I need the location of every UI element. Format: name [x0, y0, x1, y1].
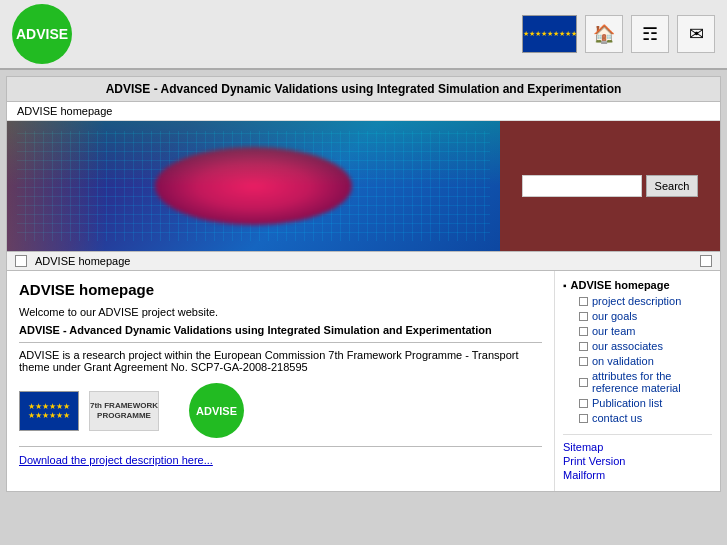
sub-checkbox-4 — [579, 342, 588, 351]
sitemap-icon: ☶ — [642, 23, 658, 45]
main-content: ADVISE homepage Welcome to our ADVISE pr… — [7, 271, 555, 491]
sidebar-item-our-team[interactable]: our team — [579, 325, 712, 337]
sidebar-item-project-description[interactable]: project description — [579, 295, 712, 307]
search-input[interactable] — [522, 175, 642, 197]
sidebar-item-attributes[interactable]: attributes for the reference material — [579, 370, 712, 394]
search-form: Search — [522, 175, 699, 197]
sub-checkbox-2 — [579, 312, 588, 321]
sub-checkbox-7 — [579, 399, 588, 408]
mail-button[interactable]: ✉ — [677, 15, 715, 53]
tab-checkbox[interactable] — [15, 255, 27, 267]
content-description: ADVISE is a research project within the … — [19, 349, 542, 373]
content-heading: ADVISE homepage — [19, 281, 542, 298]
content-intro: Welcome to our ADVISE project website. — [19, 306, 542, 318]
fp7-logo: 7th FRAMEWORK PROGRAMME — [89, 391, 159, 431]
sidebar-item-publications[interactable]: Publication list — [579, 397, 712, 409]
sidebar-footer: Sitemap Print Version Mailform — [563, 434, 712, 481]
content-tabs-bar: ADVISE homepage — [7, 251, 720, 271]
banner-image — [7, 121, 500, 251]
divider — [19, 342, 542, 343]
banner-area: Search — [7, 121, 720, 251]
sidebar-label-on-validation: on validation — [592, 355, 654, 367]
top-header: ADVISE ★★★★★★★★★★★★ 🏠 ☶ ✉ — [0, 0, 727, 70]
page-title-bar: ADVISE - Advanced Dynamic Validations us… — [7, 77, 720, 102]
sidebar-label-publications: Publication list — [592, 397, 662, 409]
home-button[interactable]: 🏠 — [585, 15, 623, 53]
mesh-blocks — [7, 121, 500, 251]
sidebar-item-our-associates[interactable]: our associates — [579, 340, 712, 352]
eu-stars-icon: ★★★★★★★★★★★★ — [522, 26, 577, 42]
breadcrumb: ADVISE homepage — [7, 102, 720, 121]
tab-label: ADVISE homepage — [35, 255, 130, 267]
fp7-text: 7th FRAMEWORK PROGRAMME — [90, 401, 158, 420]
sidebar-label-our-goals: our goals — [592, 310, 637, 322]
eu-stars-large-icon: ★★★★★★★★★★★★ — [28, 402, 70, 420]
advise-logo-header: ADVISE — [12, 4, 72, 64]
main-wrapper: ADVISE - Advanced Dynamic Validations us… — [6, 76, 721, 492]
page-title: ADVISE - Advanced Dynamic Validations us… — [106, 82, 622, 96]
search-button[interactable]: Search — [646, 175, 699, 197]
sidebar-item-label-homepage: ADVISE homepage — [571, 279, 670, 291]
advise-logo-content: ADVISE — [189, 383, 244, 438]
mail-icon: ✉ — [689, 23, 704, 45]
home-icon: 🏠 — [593, 23, 615, 45]
tab-close-button[interactable] — [700, 255, 712, 267]
sidebar: ▪ ADVISE homepage project description ou… — [555, 271, 720, 491]
eu-flag-large: ★★★★★★★★★★★★ — [19, 391, 79, 431]
sidebar-label-our-team: our team — [592, 325, 635, 337]
sidebar-item-contact[interactable]: contact us — [579, 412, 712, 424]
banner-bg — [7, 121, 500, 251]
sub-checkbox-8 — [579, 414, 588, 423]
sidebar-nav: ▪ ADVISE homepage project description ou… — [563, 279, 712, 424]
download-link[interactable]: Download the project description here... — [19, 454, 213, 466]
mailform-link[interactable]: Mailform — [563, 469, 712, 481]
content-bold-title: ADVISE - Advanced Dynamic Validations us… — [19, 324, 542, 336]
sitemap-button[interactable]: ☶ — [631, 15, 669, 53]
sitemap-link[interactable]: Sitemap — [563, 441, 712, 453]
sidebar-label-our-associates: our associates — [592, 340, 663, 352]
sidebar-label-contact: contact us — [592, 412, 642, 424]
sidebar-item-our-goals[interactable]: our goals — [579, 310, 712, 322]
two-col-layout: ADVISE homepage Welcome to our ADVISE pr… — [7, 271, 720, 491]
sub-checkbox-6 — [579, 378, 588, 387]
sidebar-sub-items: project description our goals our team o… — [563, 295, 712, 424]
sidebar-label-project-description: project description — [592, 295, 681, 307]
sidebar-item-on-validation[interactable]: on validation — [579, 355, 712, 367]
eu-flag: ★★★★★★★★★★★★ — [522, 15, 577, 53]
sidebar-label-attributes: attributes for the reference material — [592, 370, 712, 394]
breadcrumb-text: ADVISE homepage — [17, 105, 112, 117]
divider2 — [19, 446, 542, 447]
banner-search: Search — [500, 121, 720, 251]
print-version-link[interactable]: Print Version — [563, 455, 712, 467]
sidebar-item-homepage[interactable]: ▪ ADVISE homepage — [563, 279, 712, 291]
sub-checkbox-3 — [579, 327, 588, 336]
sub-checkbox-5 — [579, 357, 588, 366]
header-icons: ★★★★★★★★★★★★ 🏠 ☶ ✉ — [522, 15, 715, 53]
sub-checkbox-1 — [579, 297, 588, 306]
sidebar-bullet-icon: ▪ — [563, 280, 567, 291]
logos-row: ★★★★★★★★★★★★ 7th FRAMEWORK PROGRAMME ADV… — [19, 383, 542, 438]
